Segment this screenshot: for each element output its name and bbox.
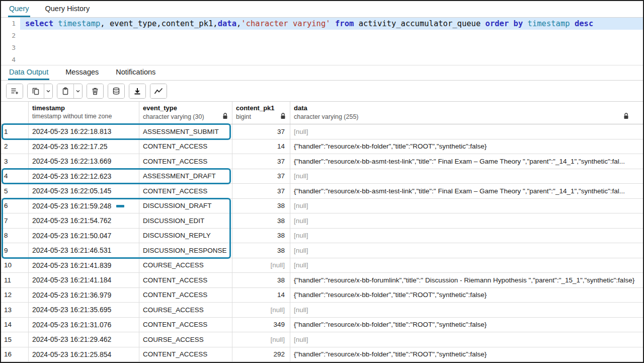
- cell-timestamp[interactable]: 2024-05-23 16:22:17.25: [29, 139, 139, 154]
- cell-content-pk1[interactable]: 37: [232, 154, 290, 169]
- cell-timestamp[interactable]: 2024-05-23 16:21:59.248: [29, 199, 139, 213]
- cell-timestamp[interactable]: 2024-05-23 16:21:29.462: [29, 332, 139, 347]
- header-event-type[interactable]: event_type character varying (30): [139, 102, 232, 124]
- cell-content-pk1[interactable]: 37: [232, 169, 290, 184]
- cell-data[interactable]: [null]: [290, 213, 643, 228]
- cell-content-pk1[interactable]: 38: [232, 199, 290, 213]
- cell-data[interactable]: [null]: [290, 303, 643, 317]
- cell-content-pk1[interactable]: [null]: [232, 258, 290, 273]
- row-number[interactable]: 8: [1, 229, 29, 243]
- cell-timestamp[interactable]: 2024-05-23 16:21:50.047: [29, 229, 139, 243]
- cell-event-type[interactable]: CONTENT_ACCESS: [139, 288, 232, 303]
- cell-timestamp[interactable]: 2024-05-23 16:21:46.531: [29, 243, 139, 258]
- row-number[interactable]: 5: [1, 184, 29, 198]
- table-row[interactable]: 42024-05-23 16:22:12.623ASSESSMENT_DRAFT…: [1, 169, 643, 184]
- cell-data[interactable]: {"handler":"resource/x-bb-folder","title…: [290, 139, 643, 154]
- table-row[interactable]: 32024-05-23 16:22:13.669CONTENT_ACCESS37…: [1, 154, 643, 169]
- cell-data[interactable]: {"handler":"resource/x-bb-folder","title…: [290, 318, 643, 332]
- cell-timestamp[interactable]: 2024-05-23 16:21:35.695: [29, 303, 139, 317]
- cell-event-type[interactable]: COURSE_ACCESS: [139, 303, 232, 317]
- cell-timestamp[interactable]: 2024-05-23 16:21:54.762: [29, 213, 139, 228]
- cell-data[interactable]: {"handler":"resource/x-bb-forumlink","ti…: [290, 273, 643, 287]
- cell-timestamp[interactable]: 2024-05-23 16:21:25.854: [29, 347, 139, 362]
- cell-content-pk1[interactable]: 38: [232, 243, 290, 258]
- paste-button[interactable]: [57, 84, 73, 98]
- add-row-button[interactable]: [7, 84, 23, 98]
- cell-event-type[interactable]: CONTENT_ACCESS: [139, 318, 232, 332]
- cell-content-pk1[interactable]: 14: [232, 288, 290, 303]
- paste-options-button[interactable]: [73, 84, 82, 98]
- cell-event-type[interactable]: DISCUSSION_RESPONSE: [139, 243, 232, 258]
- table-row[interactable]: 12024-05-23 16:22:18.813ASSESSMENT_SUBMI…: [1, 124, 643, 139]
- cell-timestamp[interactable]: 2024-05-23 16:21:41.184: [29, 273, 139, 287]
- cell-event-type[interactable]: ASSESSMENT_DRAFT: [139, 169, 232, 184]
- cell-event-type[interactable]: DISCUSSION_EDIT: [139, 213, 232, 228]
- sql-line-4[interactable]: [20, 54, 643, 65]
- cell-event-type[interactable]: ASSESSMENT_SUBMIT: [139, 124, 232, 139]
- row-number[interactable]: 9: [1, 243, 29, 258]
- cell-event-type[interactable]: CONTENT_ACCESS: [139, 184, 232, 198]
- cell-content-pk1[interactable]: [null]: [232, 332, 290, 347]
- cell-timestamp[interactable]: 2024-05-23 16:22:05.145: [29, 184, 139, 198]
- table-row[interactable]: 142024-05-23 16:21:31.076CONTENT_ACCESS3…: [1, 318, 643, 333]
- cell-data[interactable]: [null]: [290, 243, 643, 258]
- table-row[interactable]: 162024-05-23 16:21:25.854CONTENT_ACCESS2…: [1, 347, 643, 362]
- download-csv-button[interactable]: [129, 84, 145, 98]
- table-row[interactable]: 22024-05-23 16:22:17.25CONTENT_ACCESS14{…: [1, 139, 643, 155]
- cell-content-pk1[interactable]: 349: [232, 318, 290, 332]
- table-row[interactable]: 132024-05-23 16:21:35.695COURSE_ACCESS[n…: [1, 303, 643, 318]
- cell-event-type[interactable]: DISCUSSION_DRAFT: [139, 199, 232, 213]
- cell-content-pk1[interactable]: 38: [232, 213, 290, 228]
- cell-event-type[interactable]: CONTENT_ACCESS: [139, 347, 232, 362]
- cell-event-type[interactable]: CONTENT_ACCESS: [139, 154, 232, 169]
- result-tab-messages[interactable]: Messages: [64, 65, 100, 80]
- sql-line-3[interactable]: [20, 42, 643, 54]
- header-timestamp[interactable]: timestamp timestamp without time zone: [29, 102, 139, 124]
- row-number[interactable]: 3: [1, 154, 29, 169]
- row-number[interactable]: 12: [1, 288, 29, 303]
- result-tab-notifications[interactable]: Notifications: [115, 65, 156, 80]
- table-row[interactable]: 152024-05-23 16:21:29.462COURSE_ACCESS[n…: [1, 332, 643, 347]
- tab-query-history[interactable]: Query History: [44, 1, 91, 17]
- row-number[interactable]: 15: [1, 332, 29, 347]
- table-row[interactable]: 92024-05-23 16:21:46.531DISCUSSION_RESPO…: [1, 243, 643, 258]
- table-row[interactable]: 102024-05-23 16:21:41.839COURSE_ACCESS[n…: [1, 258, 643, 273]
- cell-timestamp[interactable]: 2024-05-23 16:21:41.839: [29, 258, 139, 273]
- cell-content-pk1[interactable]: 37: [232, 184, 290, 198]
- sql-editor[interactable]: 1234 select timestamp, event_type,conten…: [1, 18, 643, 65]
- cell-data[interactable]: {"handler":"resource/x-bb-folder","title…: [290, 288, 643, 303]
- cell-timestamp[interactable]: 2024-05-23 16:22:13.669: [29, 154, 139, 169]
- header-data[interactable]: data character varying (255): [290, 102, 643, 124]
- row-number[interactable]: 1: [1, 124, 29, 139]
- table-row[interactable]: 52024-05-23 16:22:05.145CONTENT_ACCESS37…: [1, 184, 643, 199]
- cell-content-pk1[interactable]: 292: [232, 347, 290, 362]
- table-row[interactable]: 112024-05-23 16:21:41.184CONTENT_ACCESS3…: [1, 273, 643, 288]
- cell-timestamp[interactable]: 2024-05-23 16:22:18.813: [29, 124, 139, 139]
- row-number[interactable]: 11: [1, 273, 29, 287]
- cell-data[interactable]: [null]: [290, 199, 643, 213]
- row-number[interactable]: 13: [1, 303, 29, 317]
- row-number[interactable]: 14: [1, 318, 29, 332]
- cell-event-type[interactable]: CONTENT_ACCESS: [139, 273, 232, 287]
- cell-timestamp[interactable]: 2024-05-23 16:21:31.076: [29, 318, 139, 332]
- graph-visualiser-button[interactable]: [150, 84, 167, 98]
- row-number[interactable]: 2: [1, 139, 29, 154]
- cell-event-type[interactable]: COURSE_ACCESS: [139, 332, 232, 347]
- cell-event-type[interactable]: DISCUSSION_REPLY: [139, 229, 232, 243]
- save-data-changes-button[interactable]: [108, 84, 124, 98]
- cell-content-pk1[interactable]: 38: [232, 273, 290, 287]
- table-row[interactable]: 62024-05-23 16:21:59.248DISCUSSION_DRAFT…: [1, 199, 643, 214]
- delete-row-button[interactable]: [87, 84, 103, 98]
- header-content-pk1[interactable]: content_pk1 bigint: [232, 102, 290, 124]
- cell-data[interactable]: [null]: [290, 169, 643, 184]
- cell-data[interactable]: [null]: [290, 332, 643, 347]
- copy-button[interactable]: [28, 84, 44, 98]
- cell-data[interactable]: {"handler":"resource/x-bb-folder","title…: [290, 347, 643, 362]
- copy-options-button[interactable]: [44, 84, 52, 98]
- cell-timestamp[interactable]: 2024-05-23 16:21:36.979: [29, 288, 139, 303]
- row-number[interactable]: 4: [1, 169, 29, 184]
- table-row[interactable]: 122024-05-23 16:21:36.979CONTENT_ACCESS1…: [1, 288, 643, 303]
- row-number[interactable]: 6: [1, 199, 29, 213]
- row-number[interactable]: 10: [1, 258, 29, 273]
- cell-data[interactable]: [null]: [290, 229, 643, 243]
